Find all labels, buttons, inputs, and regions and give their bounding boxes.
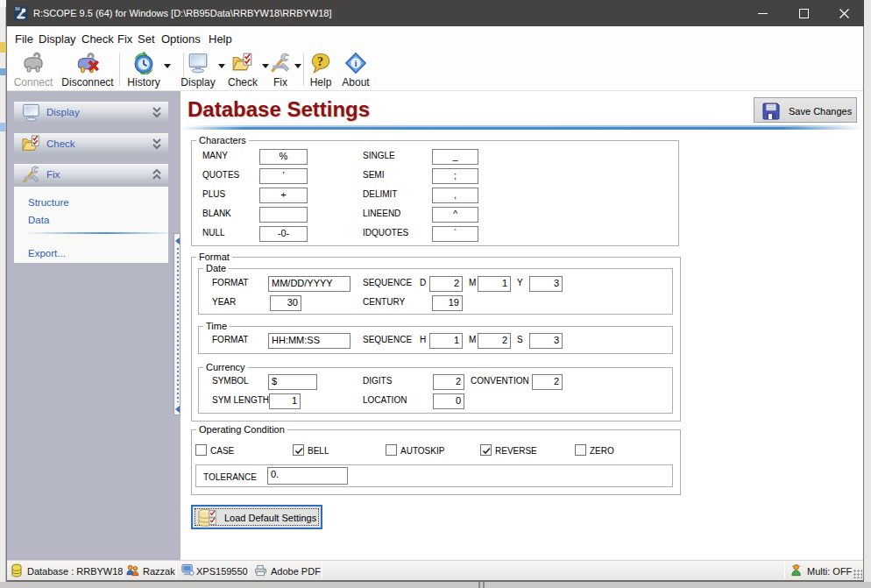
svg-text:i: i	[354, 58, 357, 68]
svg-text:?: ?	[317, 54, 323, 68]
svg-text:64: 64	[16, 7, 21, 11]
